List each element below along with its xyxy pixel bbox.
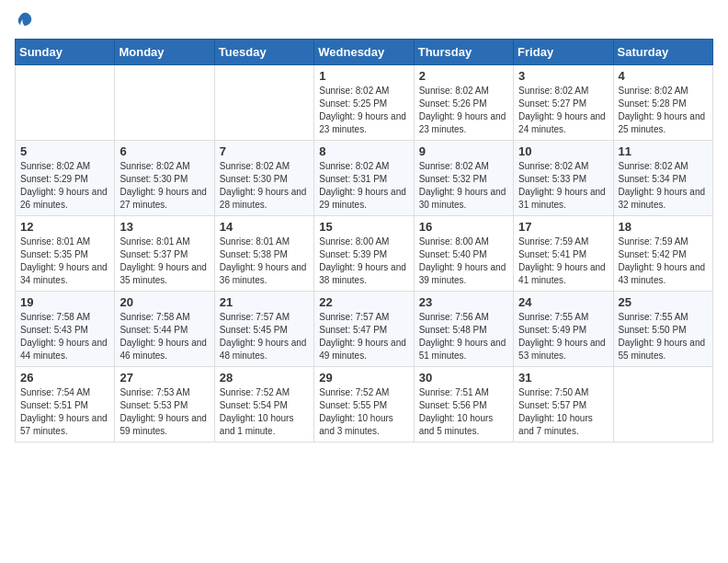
calendar-cell: 24Sunrise: 7:55 AM Sunset: 5:49 PM Dayli… [514, 292, 613, 367]
day-number: 16 [419, 220, 508, 234]
day-info: Sunrise: 8:01 AM Sunset: 5:35 PM Dayligh… [20, 236, 109, 287]
day-info: Sunrise: 8:02 AM Sunset: 5:30 PM Dayligh… [220, 160, 309, 212]
day-info: Sunrise: 8:02 AM Sunset: 5:32 PM Dayligh… [419, 160, 508, 212]
day-number: 22 [319, 295, 408, 309]
day-info: Sunrise: 7:55 AM Sunset: 5:50 PM Dayligh… [619, 311, 708, 362]
day-info: Sunrise: 7:57 AM Sunset: 5:47 PM Dayligh… [319, 311, 408, 362]
day-info: Sunrise: 7:50 AM Sunset: 5:57 PM Dayligh… [518, 386, 608, 438]
day-number: 18 [619, 220, 708, 234]
day-info: Sunrise: 7:55 AM Sunset: 5:49 PM Dayligh… [518, 311, 608, 362]
calendar-cell [214, 65, 313, 141]
calendar-week-row: 12Sunrise: 8:01 AM Sunset: 5:35 PM Dayli… [16, 216, 713, 292]
day-info: Sunrise: 8:02 AM Sunset: 5:26 PM Dayligh… [419, 85, 508, 136]
calendar-cell: 23Sunrise: 7:56 AM Sunset: 5:48 PM Dayli… [414, 292, 513, 367]
calendar-cell: 10Sunrise: 8:02 AM Sunset: 5:33 PM Dayli… [514, 141, 613, 216]
day-info: Sunrise: 7:56 AM Sunset: 5:48 PM Dayligh… [419, 311, 508, 362]
calendar-cell: 21Sunrise: 7:57 AM Sunset: 5:45 PM Dayli… [214, 292, 313, 367]
calendar-cell: 15Sunrise: 8:00 AM Sunset: 5:39 PM Dayli… [314, 216, 414, 292]
day-info: Sunrise: 8:01 AM Sunset: 5:38 PM Dayligh… [220, 236, 309, 287]
day-info: Sunrise: 7:54 AM Sunset: 5:51 PM Dayligh… [20, 386, 109, 438]
calendar-cell: 3Sunrise: 8:02 AM Sunset: 5:27 PM Daylig… [514, 65, 613, 141]
day-info: Sunrise: 8:02 AM Sunset: 5:29 PM Dayligh… [20, 160, 109, 212]
calendar-cell: 11Sunrise: 8:02 AM Sunset: 5:34 PM Dayli… [613, 141, 712, 216]
calendar-cell [16, 65, 115, 141]
day-number: 8 [319, 144, 408, 158]
calendar-body: 1Sunrise: 8:02 AM Sunset: 5:25 PM Daylig… [16, 65, 713, 442]
day-info: Sunrise: 7:58 AM Sunset: 5:44 PM Dayligh… [119, 311, 209, 362]
calendar-cell: 13Sunrise: 8:01 AM Sunset: 5:37 PM Dayli… [115, 216, 214, 292]
day-number: 3 [518, 69, 608, 83]
day-number: 21 [220, 295, 309, 309]
calendar-cell: 8Sunrise: 8:02 AM Sunset: 5:31 PM Daylig… [314, 141, 414, 216]
day-number: 23 [419, 295, 508, 309]
day-info: Sunrise: 7:59 AM Sunset: 5:42 PM Dayligh… [619, 236, 708, 287]
calendar-day-header: Saturday [613, 40, 712, 65]
logo-bird-icon [17, 11, 33, 28]
calendar-day-header: Sunday [16, 40, 115, 65]
day-info: Sunrise: 8:02 AM Sunset: 5:30 PM Dayligh… [119, 160, 209, 212]
day-number: 19 [20, 295, 109, 309]
day-number: 2 [419, 69, 508, 83]
day-number: 14 [220, 220, 309, 234]
calendar-cell: 28Sunrise: 7:52 AM Sunset: 5:54 PM Dayli… [214, 367, 313, 442]
calendar-cell: 17Sunrise: 7:59 AM Sunset: 5:41 PM Dayli… [514, 216, 613, 292]
calendar-cell: 20Sunrise: 7:58 AM Sunset: 5:44 PM Dayli… [115, 292, 214, 367]
day-number: 12 [20, 220, 109, 234]
day-number: 27 [119, 371, 209, 385]
day-number: 11 [619, 144, 708, 158]
calendar-day-header: Friday [514, 40, 613, 65]
day-number: 28 [220, 371, 309, 385]
day-info: Sunrise: 8:02 AM Sunset: 5:28 PM Dayligh… [619, 85, 708, 136]
calendar-cell: 26Sunrise: 7:54 AM Sunset: 5:51 PM Dayli… [16, 367, 115, 442]
day-number: 10 [518, 144, 608, 158]
day-info: Sunrise: 8:02 AM Sunset: 5:27 PM Dayligh… [518, 85, 608, 136]
day-number: 15 [319, 220, 408, 234]
calendar-cell: 7Sunrise: 8:02 AM Sunset: 5:30 PM Daylig… [214, 141, 313, 216]
calendar-cell: 14Sunrise: 8:01 AM Sunset: 5:38 PM Dayli… [214, 216, 313, 292]
calendar-cell [115, 65, 214, 141]
day-number: 24 [518, 295, 608, 309]
day-number: 7 [220, 144, 309, 158]
calendar-cell: 12Sunrise: 8:01 AM Sunset: 5:35 PM Dayli… [16, 216, 115, 292]
day-number: 29 [319, 371, 408, 385]
day-number: 1 [319, 69, 408, 83]
calendar-cell: 1Sunrise: 8:02 AM Sunset: 5:25 PM Daylig… [314, 65, 414, 141]
calendar-day-header: Monday [115, 40, 214, 65]
calendar-cell: 18Sunrise: 7:59 AM Sunset: 5:42 PM Dayli… [613, 216, 712, 292]
day-number: 20 [119, 295, 209, 309]
day-info: Sunrise: 8:02 AM Sunset: 5:31 PM Dayligh… [319, 160, 408, 212]
day-number: 26 [20, 371, 109, 385]
calendar-cell: 29Sunrise: 7:52 AM Sunset: 5:55 PM Dayli… [314, 367, 414, 442]
day-info: Sunrise: 8:00 AM Sunset: 5:39 PM Dayligh… [319, 236, 408, 287]
day-number: 17 [518, 220, 608, 234]
day-info: Sunrise: 8:02 AM Sunset: 5:34 PM Dayligh… [619, 160, 708, 212]
calendar-cell: 2Sunrise: 8:02 AM Sunset: 5:26 PM Daylig… [414, 65, 513, 141]
day-info: Sunrise: 7:52 AM Sunset: 5:55 PM Dayligh… [319, 386, 408, 438]
day-number: 6 [119, 144, 209, 158]
day-info: Sunrise: 7:59 AM Sunset: 5:41 PM Dayligh… [518, 236, 608, 287]
day-number: 31 [518, 371, 608, 385]
calendar-cell [613, 367, 712, 442]
calendar-week-row: 19Sunrise: 7:58 AM Sunset: 5:43 PM Dayli… [16, 292, 713, 367]
day-info: Sunrise: 7:51 AM Sunset: 5:56 PM Dayligh… [419, 386, 508, 438]
calendar-table: SundayMondayTuesdayWednesdayThursdayFrid… [15, 39, 713, 442]
day-info: Sunrise: 8:00 AM Sunset: 5:40 PM Dayligh… [419, 236, 508, 287]
calendar-week-row: 5Sunrise: 8:02 AM Sunset: 5:29 PM Daylig… [16, 141, 713, 216]
calendar-header-row: SundayMondayTuesdayWednesdayThursdayFrid… [16, 40, 713, 65]
page-header [15, 15, 713, 28]
calendar-day-header: Wednesday [314, 40, 414, 65]
day-info: Sunrise: 8:02 AM Sunset: 5:33 PM Dayligh… [518, 160, 608, 212]
calendar-week-row: 1Sunrise: 8:02 AM Sunset: 5:25 PM Daylig… [16, 65, 713, 141]
day-info: Sunrise: 7:58 AM Sunset: 5:43 PM Dayligh… [20, 311, 109, 362]
calendar-cell: 6Sunrise: 8:02 AM Sunset: 5:30 PM Daylig… [115, 141, 214, 216]
calendar-day-header: Tuesday [214, 40, 313, 65]
calendar-cell: 25Sunrise: 7:55 AM Sunset: 5:50 PM Dayli… [613, 292, 712, 367]
day-info: Sunrise: 8:01 AM Sunset: 5:37 PM Dayligh… [119, 236, 209, 287]
logo [15, 15, 33, 28]
calendar-cell: 31Sunrise: 7:50 AM Sunset: 5:57 PM Dayli… [514, 367, 613, 442]
day-number: 30 [419, 371, 508, 385]
calendar-cell: 5Sunrise: 8:02 AM Sunset: 5:29 PM Daylig… [16, 141, 115, 216]
day-number: 9 [419, 144, 508, 158]
day-info: Sunrise: 7:57 AM Sunset: 5:45 PM Dayligh… [220, 311, 309, 362]
calendar-day-header: Thursday [414, 40, 513, 65]
